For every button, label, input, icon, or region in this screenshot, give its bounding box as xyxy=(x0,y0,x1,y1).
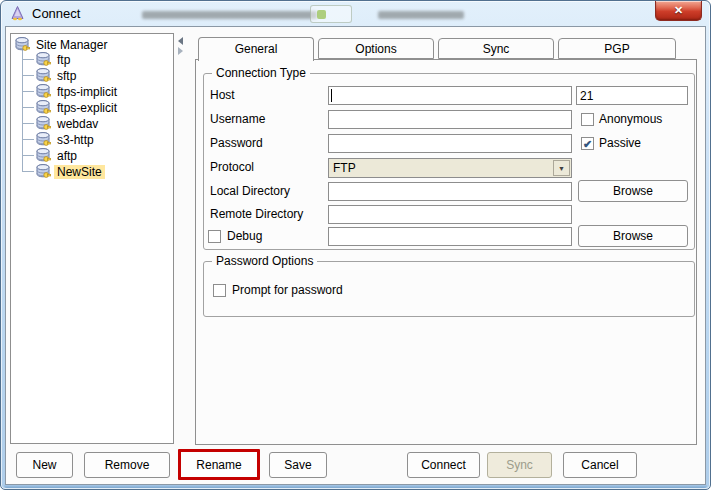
debug-checkbox[interactable] xyxy=(208,230,221,243)
tab-pgp[interactable]: PGP xyxy=(558,38,676,59)
tree-item-sftp[interactable]: sftp xyxy=(35,67,79,83)
prompt-password-label: Prompt for password xyxy=(232,283,343,298)
tree-item-label: sftp xyxy=(54,69,79,83)
tree-item-label: ftps-implicit xyxy=(54,85,120,99)
text-caret xyxy=(331,89,332,102)
site-icon xyxy=(35,131,51,147)
splitter-collapse-left-icon[interactable] xyxy=(178,37,183,45)
site-tree[interactable]: Site Manager ftp sftp ftps-implicit ftps… xyxy=(10,33,174,444)
local-directory-label: Local Directory xyxy=(210,182,290,201)
sync-button-disabled: Sync xyxy=(487,452,552,478)
site-icon xyxy=(35,99,51,115)
window-title: Connect xyxy=(32,1,80,26)
new-button[interactable]: New xyxy=(16,452,73,478)
app-logo-icon xyxy=(9,5,26,22)
glass-reflection xyxy=(142,11,317,19)
glass-reflection xyxy=(378,11,464,19)
protocol-value: FTP xyxy=(329,161,356,175)
tree-item-label: aftp xyxy=(54,149,80,163)
group-title: Connection Type xyxy=(212,66,310,80)
title-bar[interactable]: Connect ✕ xyxy=(1,1,710,27)
tree-item-ftps-explicit[interactable]: ftps-explicit xyxy=(35,99,120,115)
dropdown-arrow-icon[interactable]: ▼ xyxy=(553,160,570,176)
save-button[interactable]: Save xyxy=(269,452,327,478)
tree-item-ftps-implicit[interactable]: ftps-implicit xyxy=(35,83,120,99)
local-directory-input[interactable] xyxy=(328,182,572,201)
cancel-button[interactable]: Cancel xyxy=(563,452,637,478)
password-input[interactable] xyxy=(328,134,572,153)
browse-debug-button[interactable]: Browse xyxy=(578,225,688,247)
group-title: Password Options xyxy=(212,254,317,268)
passive-checkbox[interactable]: ✔ xyxy=(581,137,594,150)
splitter-collapse-right-icon[interactable] xyxy=(178,47,183,55)
debug-label: Debug xyxy=(227,229,262,244)
tree-root-site-manager[interactable]: Site Manager xyxy=(14,36,110,52)
username-input[interactable] xyxy=(328,110,572,129)
rename-button-highlighted[interactable]: Rename xyxy=(178,449,260,480)
tab-general[interactable]: General xyxy=(198,37,314,61)
tree-item-webdav[interactable]: webdav xyxy=(35,115,101,131)
remote-directory-label: Remote Directory xyxy=(210,205,303,224)
site-icon xyxy=(35,67,51,83)
site-icon xyxy=(35,83,51,99)
site-icon xyxy=(35,51,51,67)
tree-item-aftp[interactable]: aftp xyxy=(35,147,80,163)
debug-input[interactable] xyxy=(328,227,572,246)
site-manager-icon xyxy=(14,36,30,52)
password-label: Password xyxy=(210,134,263,153)
tree-item-s3-http[interactable]: s3-http xyxy=(35,131,97,147)
remove-button[interactable]: Remove xyxy=(84,452,170,478)
remote-directory-input[interactable] xyxy=(328,205,572,224)
check-icon: ✔ xyxy=(583,138,592,150)
tree-item-label: ftp xyxy=(54,53,73,67)
tree-item-newsite[interactable]: NewSite xyxy=(35,163,105,179)
tree-line xyxy=(22,48,23,172)
tree-item-label: Site Manager xyxy=(33,38,110,52)
window-frame: Connect ✕ Site Manager ftp sf xyxy=(0,0,711,490)
tab-options[interactable]: Options xyxy=(318,38,434,59)
tree-item-label: webdav xyxy=(54,117,101,131)
glass-reflection xyxy=(310,5,352,23)
site-icon xyxy=(35,163,51,179)
close-button[interactable]: ✕ xyxy=(655,1,702,21)
close-icon: ✕ xyxy=(674,4,683,16)
tab-sync[interactable]: Sync xyxy=(438,38,554,59)
tree-item-ftp[interactable]: ftp xyxy=(35,51,73,67)
dialog-content: Site Manager ftp sftp ftps-implicit ftps… xyxy=(5,26,706,485)
protocol-label: Protocol xyxy=(210,158,254,177)
tree-item-label: s3-http xyxy=(54,133,97,147)
host-input[interactable] xyxy=(328,86,572,105)
connect-dialog: Connect ✕ Site Manager ftp sf xyxy=(0,0,711,490)
username-label: Username xyxy=(210,110,265,129)
passive-label: Passive xyxy=(599,136,641,151)
site-icon xyxy=(35,147,51,163)
prompt-password-checkbox[interactable] xyxy=(213,284,226,297)
site-icon xyxy=(35,115,51,131)
protocol-select[interactable]: FTP ▼ xyxy=(328,158,572,178)
settings-tab-panel: General Options Sync PGP Connection Type… xyxy=(195,59,697,445)
tree-item-label: ftps-explicit xyxy=(54,101,120,115)
anonymous-label: Anonymous xyxy=(599,112,662,127)
anonymous-checkbox[interactable] xyxy=(581,113,594,126)
host-label: Host xyxy=(210,86,235,105)
port-input[interactable] xyxy=(576,86,688,105)
browse-local-button[interactable]: Browse xyxy=(578,180,688,202)
connect-button[interactable]: Connect xyxy=(407,452,480,478)
tree-item-label-selected: NewSite xyxy=(54,165,105,179)
